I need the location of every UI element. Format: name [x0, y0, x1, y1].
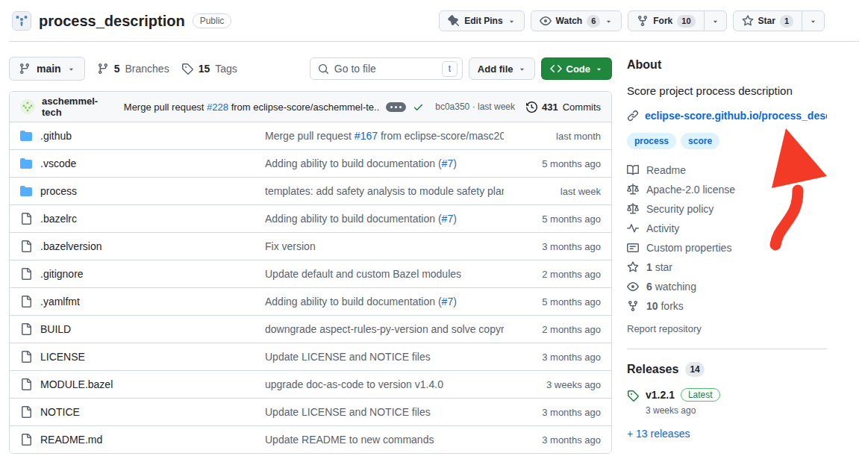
- file-name-link[interactable]: README.md: [40, 434, 102, 446]
- commit-message-cell[interactable]: Adding ability to build documentation (#…: [265, 157, 504, 169]
- latest-release[interactable]: v1.2.1 Latest 3 weeks ago: [627, 388, 827, 416]
- checks-success-icon[interactable]: [413, 102, 424, 113]
- commit-message-cell[interactable]: Adding ability to build documentation (#…: [265, 296, 504, 308]
- commit-expand-button[interactable]: [386, 102, 406, 112]
- file-name-link[interactable]: .gitignore: [40, 268, 84, 280]
- about-meta-item-readme[interactable]: Readme: [627, 164, 827, 176]
- table-row[interactable]: BUILDdowngrade aspect-rules-py-version a…: [10, 315, 611, 343]
- go-to-file-box[interactable]: t: [310, 57, 463, 80]
- commit-age-cell[interactable]: 3 months ago: [504, 407, 601, 418]
- pr-link[interactable]: #228: [207, 102, 228, 113]
- file-name-link[interactable]: .github: [40, 130, 72, 142]
- about-meta-item-custom-properties[interactable]: Custom properties: [627, 242, 827, 254]
- commit-message-cell[interactable]: Update README to new commands: [265, 434, 504, 446]
- branches-link[interactable]: 5 Branches: [97, 63, 169, 75]
- file-icon: [20, 378, 32, 390]
- about-meta-item-activity[interactable]: Activity: [627, 222, 827, 234]
- commit-age-cell[interactable]: last week: [504, 186, 601, 197]
- commit-message-cell[interactable]: upgrade doc-as-code to version v1.4.0: [265, 378, 504, 390]
- watch-button[interactable]: Watch 6: [531, 10, 622, 31]
- table-row[interactable]: .gitignoreUpdate default and custom Baze…: [10, 260, 611, 287]
- commit-age-cell[interactable]: last month: [504, 131, 601, 142]
- commit-age-cell[interactable]: 5 months ago: [504, 158, 601, 169]
- commit-author-avatar[interactable]: [20, 99, 35, 114]
- release-version[interactable]: v1.2.1: [646, 389, 675, 401]
- table-row[interactable]: .bazelversionFix version3 months ago: [10, 232, 611, 260]
- about-meta-item-stars[interactable]: 1 star: [627, 261, 827, 273]
- about-meta-item-forks[interactable]: 10 forks: [627, 300, 827, 312]
- report-repository-link[interactable]: Report repository: [627, 323, 702, 334]
- commit-message-cell[interactable]: Fix version: [265, 240, 504, 252]
- website-url[interactable]: eclipse-score.github.io/process_descr...: [645, 110, 827, 122]
- more-releases-link[interactable]: + 13 releases: [627, 428, 690, 440]
- commit-message-cell[interactable]: Update LICENSE and NOTICE files: [265, 406, 504, 418]
- table-row[interactable]: LICENSEUpdate LICENSE and NOTICE files3 …: [10, 343, 611, 370]
- pr-link[interactable]: #7: [442, 213, 454, 225]
- watch-label: Watch: [556, 16, 583, 26]
- file-name-link[interactable]: .bazelrc: [40, 213, 77, 225]
- commit-age-cell[interactable]: 3 months ago: [504, 352, 601, 363]
- sidebar-divider: [627, 349, 827, 349]
- table-row[interactable]: NOTICEUpdate LICENSE and NOTICE files3 m…: [10, 398, 611, 425]
- table-row[interactable]: .vscodeAdding ability to build documenta…: [10, 149, 611, 177]
- commit-author[interactable]: aschemmel-tech: [42, 96, 117, 118]
- commit-age-cell[interactable]: 2 months ago: [504, 269, 601, 280]
- commit-message-cell[interactable]: Update default and custom Bazel modules: [265, 268, 504, 280]
- add-file-button[interactable]: Add file: [469, 57, 535, 80]
- table-row[interactable]: .bazelrcAdding ability to build document…: [10, 205, 611, 232]
- tags-link[interactable]: 15 Tags: [181, 63, 237, 75]
- table-row[interactable]: MODULE.bazelupgrade doc-as-code to versi…: [10, 370, 611, 398]
- file-name-link[interactable]: .yamlfmt: [40, 296, 80, 308]
- commit-message-cell[interactable]: Adding ability to build documentation (#…: [265, 213, 504, 225]
- star-dropdown-button[interactable]: [802, 10, 825, 31]
- fork-dropdown-button[interactable]: [704, 10, 727, 31]
- edit-pins-button[interactable]: Edit Pins: [439, 10, 524, 31]
- commit-message-cell[interactable]: Update LICENSE and NOTICE files: [265, 351, 504, 363]
- repo-owner-avatar[interactable]: [12, 11, 31, 31]
- table-row[interactable]: .githubMerge pull request #167 from ecli…: [10, 122, 611, 149]
- commit-age-cell[interactable]: 2 months ago: [504, 324, 601, 335]
- fork-button[interactable]: Fork 10: [628, 10, 704, 31]
- pr-link[interactable]: #167: [355, 130, 378, 142]
- topic-tag[interactable]: process: [627, 133, 676, 149]
- pr-link[interactable]: #7: [442, 157, 454, 169]
- file-name-link[interactable]: .vscode: [40, 157, 76, 169]
- file-name-link[interactable]: BUILD: [40, 323, 71, 335]
- history-icon: [526, 102, 537, 113]
- about-meta-item-security-policy[interactable]: Security policy: [627, 203, 827, 215]
- file-name-link[interactable]: .bazelversion: [40, 240, 102, 252]
- commit-age-cell[interactable]: 3 months ago: [504, 241, 601, 252]
- branch-selector[interactable]: main: [9, 57, 85, 81]
- commit-message[interactable]: Merge pull request #228 from eclipse-sco…: [124, 102, 379, 113]
- code-button[interactable]: Code: [541, 57, 613, 80]
- file-name-link[interactable]: NOTICE: [40, 406, 80, 418]
- page-title[interactable]: process_description: [39, 13, 185, 30]
- star-icon: [627, 261, 639, 273]
- toolbar-right: t Add file Code: [310, 57, 612, 80]
- commit-message-cell[interactable]: templates: add safety analysis to module…: [265, 185, 504, 197]
- folder-icon: [20, 157, 32, 169]
- pr-link[interactable]: #7: [442, 296, 454, 308]
- commit-age-cell[interactable]: 5 months ago: [504, 296, 601, 308]
- topic-tag[interactable]: score: [681, 133, 719, 149]
- table-row[interactable]: .yamlfmtAdding ability to build document…: [10, 287, 611, 315]
- releases-heading[interactable]: Releases 14: [627, 362, 827, 377]
- about-meta-item-license[interactable]: Apache-2.0 license: [627, 184, 827, 196]
- star-button[interactable]: Star 1: [733, 10, 802, 31]
- commit-message-cell[interactable]: downgrade aspect-rules-py-version and so…: [265, 323, 504, 335]
- table-row[interactable]: README.mdUpdate README to new commands3 …: [10, 425, 611, 453]
- repo-website-link[interactable]: eclipse-score.github.io/process_descr...: [627, 110, 827, 122]
- go-to-file-input[interactable]: [334, 63, 437, 75]
- commit-age-cell[interactable]: 5 months ago: [504, 213, 601, 225]
- commit-message-cell[interactable]: Merge pull request #167 from eclipse-sco…: [265, 130, 504, 142]
- commit-age-cell[interactable]: 3 months ago: [504, 434, 601, 446]
- file-name-link[interactable]: process: [40, 185, 77, 197]
- file-icon: [20, 406, 32, 418]
- commit-age-cell[interactable]: 3 weeks ago: [504, 379, 601, 390]
- file-name-link[interactable]: LICENSE: [40, 351, 85, 363]
- table-row[interactable]: processtemplates: add safety analysis to…: [10, 177, 611, 205]
- commit-history-link[interactable]: 431 Commits: [526, 102, 601, 113]
- commit-sha-link[interactable]: bc0a350 · last week: [435, 102, 515, 112]
- about-meta-item-watching[interactable]: 6 watching: [627, 281, 827, 293]
- file-name-link[interactable]: MODULE.bazel: [40, 378, 113, 390]
